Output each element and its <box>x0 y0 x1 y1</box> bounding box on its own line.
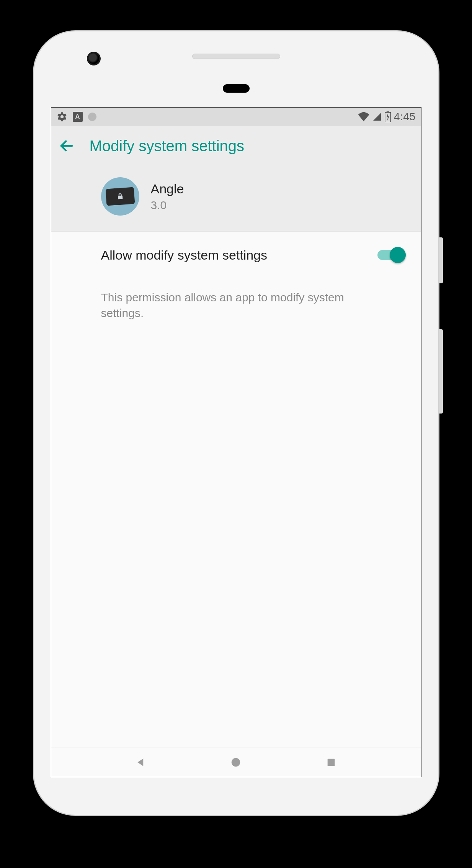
arrow-left-icon <box>59 138 75 154</box>
navigation-bar <box>51 747 421 777</box>
setting-description: This permission allows an app to modify … <box>51 278 421 321</box>
toggle-switch[interactable] <box>377 247 406 263</box>
circle-home-icon <box>230 757 242 768</box>
earpiece-speaker <box>192 54 280 59</box>
square-recents-icon <box>326 757 336 768</box>
keyboard-badge-icon: A <box>73 112 83 122</box>
app-meta: Angle 3.0 <box>151 181 184 212</box>
svg-rect-4 <box>328 758 335 766</box>
setting-label: Allow modify system settings <box>101 248 377 263</box>
phone-frame: A 4:45 Modify system settings <box>33 31 439 816</box>
app-info-row: Angle 3.0 <box>51 166 421 231</box>
app-name: Angle <box>151 181 184 196</box>
wifi-icon <box>358 112 369 121</box>
status-left: A <box>57 111 96 122</box>
nav-home-button[interactable] <box>226 753 245 772</box>
svg-rect-1 <box>387 111 389 113</box>
status-right: 4:45 <box>358 111 416 123</box>
front-camera <box>87 52 101 65</box>
switch-thumb <box>390 247 406 263</box>
status-bar: A 4:45 <box>51 108 421 126</box>
gear-icon <box>57 111 67 122</box>
nav-back-button[interactable] <box>131 753 150 772</box>
back-button[interactable] <box>55 134 78 157</box>
clock-text: 4:45 <box>394 111 416 123</box>
status-dot-icon <box>88 113 96 121</box>
cell-signal-icon <box>372 112 382 121</box>
app-version: 3.0 <box>151 199 184 212</box>
page-title: Modify system settings <box>90 137 245 155</box>
proximity-sensor <box>223 84 250 93</box>
volume-button <box>439 329 443 414</box>
action-bar: Modify system settings <box>51 126 421 166</box>
lock-rotate-icon <box>115 191 125 201</box>
power-button <box>439 237 443 283</box>
triangle-back-icon <box>135 757 147 768</box>
battery-charging-icon <box>385 111 391 122</box>
content-fill <box>51 321 421 747</box>
app-icon <box>101 177 139 216</box>
nav-recents-button[interactable] <box>322 753 341 772</box>
setting-row[interactable]: Allow modify system settings <box>51 231 421 278</box>
svg-point-3 <box>232 758 240 767</box>
screen: A 4:45 Modify system settings <box>51 107 421 777</box>
